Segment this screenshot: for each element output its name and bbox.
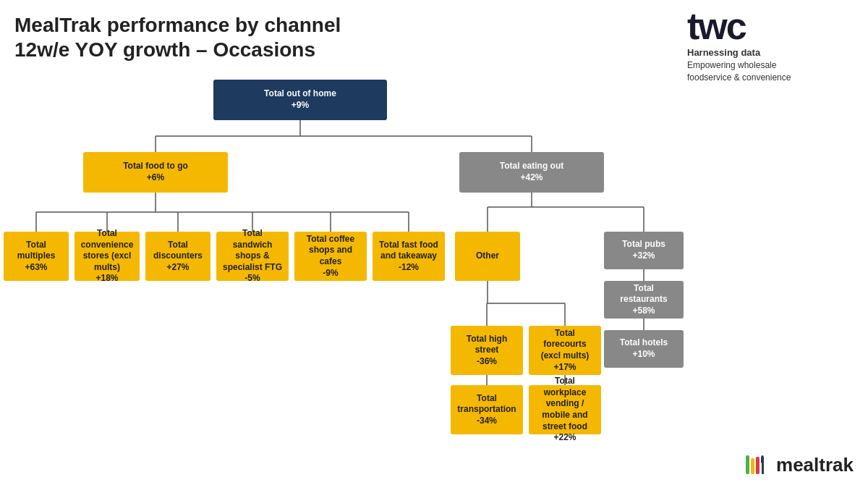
node-coffee-label: Total coffee shops and cafes xyxy=(300,234,361,268)
node-workplace: Total workplace vending / mobile and str… xyxy=(529,385,601,434)
svg-rect-25 xyxy=(751,458,754,474)
node-forecourts: Total forecourts (excl mults) +17% xyxy=(529,326,601,375)
node-mult-value: +63% xyxy=(25,262,47,274)
node-eating-label: Total eating out xyxy=(500,161,563,172)
node-coffee-value: -9% xyxy=(323,268,338,279)
node-root-label: Total out of home xyxy=(264,88,336,100)
node-ftg-value: +6% xyxy=(147,172,164,184)
node-trans-value: -34% xyxy=(477,416,497,427)
node-food-to-go: Total food to go +6% xyxy=(83,152,228,193)
node-fore-label: Total forecourts (excl mults) xyxy=(535,328,595,362)
svg-point-23 xyxy=(741,450,770,479)
node-disc-label: Total discounters xyxy=(151,240,205,262)
node-mult-label: Total multiples xyxy=(9,240,63,262)
twc-tagline: Harnessing data Empowering wholesale foo… xyxy=(687,46,854,84)
node-conv-label: Total convenience stores (excl mults) xyxy=(80,228,134,273)
node-sandwich: Total sandwich shops & specialist FTG -5… xyxy=(216,232,289,281)
node-coffee: Total coffee shops and cafes -9% xyxy=(294,232,367,281)
node-conv-value: +18% xyxy=(95,273,118,285)
chart-area: Total out of home +9% Total food to go +… xyxy=(11,80,691,479)
mealtrak-icon xyxy=(740,450,770,480)
node-hs-label: Total high street xyxy=(456,334,517,356)
node-pubs-value: +32% xyxy=(632,250,655,262)
title-line1: MealTrak performance by channel xyxy=(14,13,420,38)
node-other: Other xyxy=(455,232,520,281)
node-fore-value: +17% xyxy=(553,362,576,374)
node-discounters: Total discounters +27% xyxy=(145,232,210,281)
twc-tagline-line2: Empowering wholesale xyxy=(687,59,854,72)
node-total-out-of-home: Total out of home +9% xyxy=(213,80,387,120)
twc-tagline-bold: Harnessing data xyxy=(687,46,854,59)
svg-rect-26 xyxy=(756,457,760,474)
node-trans-label: Total transportation xyxy=(456,393,517,416)
node-fast-food: Total fast food and takeaway -12% xyxy=(373,232,445,281)
node-disc-value: +27% xyxy=(166,262,189,274)
node-rest-value: +58% xyxy=(632,306,655,317)
node-hotels-label: Total hotels xyxy=(620,337,668,349)
node-fast-value: -12% xyxy=(399,262,419,274)
mealtrak-logo: mealtrak xyxy=(740,450,854,480)
title-area: MealTrak performance by channel 12w/e YO… xyxy=(14,13,420,62)
node-root-value: +9% xyxy=(292,100,309,111)
title-line2: 12w/e YOY growth – Occasions xyxy=(14,38,420,62)
node-sand-value: -5% xyxy=(244,273,260,285)
node-multiples: Total multiples +63% xyxy=(4,232,69,281)
node-pubs: Total pubs +32% xyxy=(604,232,684,269)
node-sand-label: Total sandwich shops & specialist FTG xyxy=(222,228,283,273)
node-rest-label: Total restaurants xyxy=(610,283,678,306)
node-eating-out: Total eating out +42% xyxy=(459,152,604,193)
node-hs-value: -36% xyxy=(477,356,497,368)
node-restaurants: Total restaurants +58% xyxy=(604,281,684,319)
node-convenience: Total convenience stores (excl mults) +1… xyxy=(75,232,140,281)
twc-logo-text: twc xyxy=(687,7,854,45)
node-other-label: Other xyxy=(476,250,499,262)
svg-rect-24 xyxy=(746,455,749,474)
node-high-street: Total high street -36% xyxy=(451,326,523,375)
node-work-value: +22% xyxy=(553,432,576,444)
mealtrak-label: mealtrak xyxy=(776,454,854,476)
node-ftg-label: Total food to go xyxy=(123,161,188,172)
node-hotels: Total hotels +10% xyxy=(604,330,684,368)
node-transportation: Total transportation -34% xyxy=(451,385,523,434)
node-hotels-value: +10% xyxy=(632,349,655,361)
twc-tagline-line3: foodservice & convenience xyxy=(687,72,854,84)
node-work-label: Total workplace vending / mobile and str… xyxy=(535,376,595,432)
node-pubs-label: Total pubs xyxy=(622,239,665,250)
twc-logo: twc Harnessing data Empowering wholesale… xyxy=(687,7,854,84)
node-fast-label: Total fast food and takeaway xyxy=(378,240,439,262)
node-eating-value: +42% xyxy=(520,172,542,184)
svg-rect-27 xyxy=(762,463,764,474)
